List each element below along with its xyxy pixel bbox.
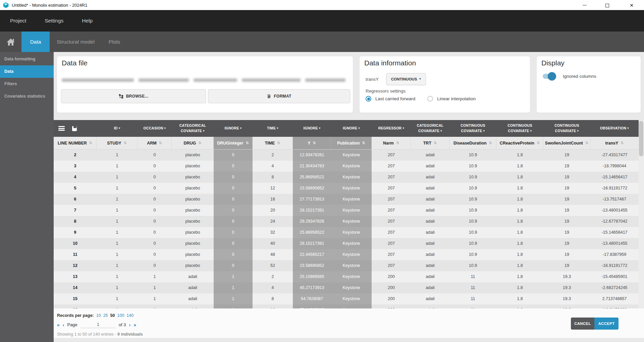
column-header[interactable]: CReactiveProtein⇅ (496, 137, 543, 149)
tab-data[interactable]: Data (21, 32, 50, 52)
records-option-10[interactable]: 10 (96, 313, 101, 318)
sort-icon[interactable]: ⇅ (585, 141, 588, 145)
column-role-dropdown[interactable]: CATEGORICAL COVARIATE▾ (172, 120, 214, 137)
tab-structural-model[interactable]: Structural model (50, 32, 102, 52)
column-header[interactable]: DRUG⇅ (172, 137, 214, 149)
page-prev-button[interactable]: ‹ (63, 322, 64, 328)
table-cell: 19 (543, 172, 590, 183)
page-next-button[interactable]: › (129, 322, 131, 328)
column-header[interactable]: DRUGinteger⇅ (214, 137, 253, 149)
column-header[interactable]: LINE NUMBER⇅ (54, 137, 97, 149)
column-header[interactable]: DiseaseDuration⇅ (449, 137, 496, 149)
scrollbar-thumb[interactable] (639, 121, 643, 156)
table-cell: -15.45485901 (590, 271, 639, 282)
column-header[interactable]: STUDY⇅ (97, 137, 138, 149)
cancel-button[interactable]: CANCEL (571, 318, 594, 330)
sort-icon[interactable]: ⇅ (396, 141, 399, 145)
table-cell: 4 (253, 282, 293, 293)
close-button[interactable]: × (624, 0, 639, 10)
menubar: ProjectSettingsHelp (0, 10, 644, 32)
table-cell: 207 (372, 172, 411, 183)
accept-button[interactable]: ACCEPT (594, 318, 619, 330)
table-cell: 3 (54, 161, 97, 172)
column-role-dropdown[interactable]: OBSERVATION▾ (590, 120, 639, 137)
observation-type-dropdown[interactable]: CONTINUOUS ▾ (386, 73, 426, 85)
records-option-50[interactable]: 50 (110, 313, 115, 318)
table-cell: 8 (253, 172, 293, 183)
browse-button[interactable]: BROWSE... (61, 89, 206, 103)
table-row: 210placebo0212.93478261Keystone207adali1… (54, 150, 639, 161)
sort-icon[interactable]: ⇅ (277, 141, 280, 145)
column-role-dropdown[interactable]: CATEGORICAL COVARIATE▾ (411, 120, 449, 137)
column-role-dropdown[interactable]: OCCASION▾ (138, 120, 172, 137)
display-title: Display (537, 56, 641, 67)
column-header[interactable]: Narm⇅ (372, 137, 411, 149)
table-cell: -27.43317477 (590, 150, 639, 161)
bottom-strip (54, 338, 644, 342)
sidebar-item-filters[interactable]: Filters (0, 78, 54, 90)
page-last-button[interactable]: » (133, 322, 136, 328)
column-header[interactable]: SwollenJointCount⇅ (543, 137, 590, 149)
minimize-button[interactable] (577, 0, 592, 10)
sort-icon[interactable]: ⇅ (159, 141, 162, 145)
menu-item-help[interactable]: Help (82, 18, 93, 24)
column-role-dropdown[interactable]: IGNORE▾ (331, 120, 372, 137)
menu-item-project[interactable]: Project (10, 18, 26, 24)
sort-icon[interactable]: ⇅ (89, 141, 92, 145)
column-role-dropdown[interactable]: CONTINUOUS COVARIATE▾ (496, 120, 543, 137)
records-option-100[interactable]: 100 (117, 313, 124, 318)
table-cell: 1 (97, 282, 138, 293)
table-cell: 23.58695652 (293, 260, 331, 271)
sort-icon[interactable]: ⇅ (246, 141, 249, 145)
sidebar: Data formattingDataFiltersCovariates sta… (0, 52, 54, 342)
page-first-button[interactable]: « (57, 322, 60, 328)
save-icon[interactable] (72, 126, 77, 131)
sort-icon[interactable]: ⇅ (621, 141, 624, 145)
sidebar-item-data-formatting[interactable]: Data formatting (0, 53, 54, 65)
table-cell: 7 (54, 205, 97, 216)
sort-icon[interactable]: ⇅ (434, 141, 437, 145)
records-option-140[interactable]: 140 (126, 313, 133, 318)
hamburger-menu-icon[interactable] (58, 126, 65, 131)
column-header[interactable]: Publication⇅ (331, 137, 372, 149)
table-cell: 1.8 (496, 249, 543, 260)
column-role-dropdown[interactable]: IGNORE▾ (214, 120, 253, 137)
menu-item-settings[interactable]: Settings (45, 18, 63, 24)
column-header[interactable]: TRT⇅ (411, 137, 449, 149)
sort-icon[interactable]: ⇅ (313, 141, 316, 145)
column-header[interactable]: transY⇅ (590, 137, 639, 149)
table-cell: 0 (214, 260, 253, 271)
table-cell: 207 (372, 161, 411, 172)
column-header[interactable]: TIME⇅ (253, 137, 293, 149)
sidebar-item-covariates-statistics[interactable]: Covariates statistics (0, 90, 54, 103)
table-cell: 207 (372, 238, 411, 249)
tab-plots[interactable]: Plots (102, 32, 127, 52)
sort-icon[interactable]: ⇅ (537, 141, 540, 145)
sort-icon[interactable]: ⇅ (489, 141, 492, 145)
ignored-columns-toggle[interactable] (543, 74, 555, 79)
home-tab[interactable] (0, 32, 21, 52)
data-information-title: Data information (360, 56, 530, 67)
sidebar-item-data[interactable]: Data (0, 65, 54, 78)
maximize-button[interactable] (599, 0, 615, 10)
format-button[interactable]: FORMAT (208, 89, 350, 103)
column-header[interactable]: Y⇅ (293, 137, 331, 149)
column-role-dropdown[interactable]: TIME▾ (253, 120, 293, 137)
table-cell: adali (411, 194, 449, 205)
column-role-dropdown[interactable]: CONTINUOUS COVARIATE▾ (449, 120, 496, 137)
table-cell: adali (411, 205, 449, 216)
page-input[interactable] (80, 321, 116, 328)
column-role-dropdown[interactable]: IGNORE▾ (293, 120, 331, 137)
sort-icon[interactable]: ⇅ (198, 141, 201, 145)
records-option-25[interactable]: 25 (103, 313, 108, 318)
sort-icon[interactable]: ⇅ (362, 141, 365, 145)
column-role-dropdown[interactable]: ID▾ (97, 120, 138, 137)
radio-option-linear-interpolation[interactable]: Linear interpolation (427, 96, 476, 102)
column-role-dropdown[interactable]: REGRESSOR▾ (372, 120, 411, 137)
table-scrollbar[interactable] (639, 120, 644, 308)
dropdown-caret-icon: ▾ (577, 129, 579, 132)
column-role-dropdown[interactable]: CONTINUOUS COVARIATE▾ (543, 120, 590, 137)
sort-icon[interactable]: ⇅ (124, 141, 127, 145)
radio-option-last-carried-forward[interactable]: Last carried forward (366, 96, 415, 102)
column-header[interactable]: ARM⇅ (138, 137, 172, 149)
